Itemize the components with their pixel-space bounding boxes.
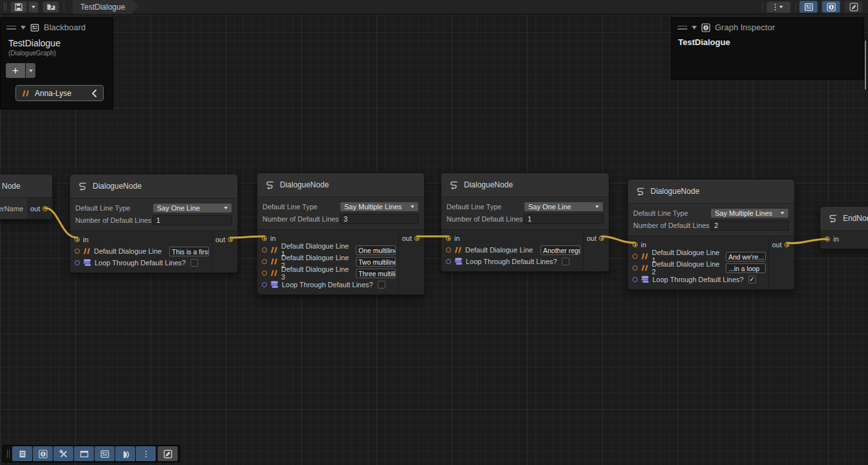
chevron-down-icon bbox=[224, 207, 228, 209]
node-end[interactable]: EndNode in bbox=[820, 206, 868, 249]
node-dialogue-1[interactable]: DialogueNode Default Line Type Say One L… bbox=[69, 174, 238, 273]
inspector-toggle-button[interactable] bbox=[822, 1, 840, 13]
node-title: DialogueNode bbox=[464, 180, 513, 189]
dialogue-line-field[interactable]: Two multiline bbox=[356, 257, 396, 267]
script-pen-button[interactable] bbox=[158, 446, 178, 461]
dialogue-line-field[interactable]: And we're... bbox=[726, 252, 766, 261]
tab-testdialogue[interactable]: TestDialogue bbox=[73, 0, 139, 14]
add-property-button[interactable]: + bbox=[6, 63, 25, 78]
line-type-dropdown[interactable]: Say One Line bbox=[524, 202, 604, 212]
blackboard-asset-name: TestDialogue bbox=[8, 38, 105, 48]
save-button[interactable] bbox=[10, 1, 27, 13]
node-header[interactable]: DialogueNode bbox=[70, 175, 237, 198]
toolbar-drag-handle[interactable] bbox=[4, 3, 6, 11]
quote-icon bbox=[270, 247, 278, 253]
node-dialogue-4[interactable]: DialogueNode Default Line Type Say Multi… bbox=[627, 179, 795, 290]
dialogue-line-port[interactable] bbox=[633, 265, 638, 270]
scrollbar-thumb[interactable] bbox=[865, 41, 866, 90]
drag-handle-icon[interactable] bbox=[678, 26, 687, 30]
blackboard-asset-type: (DialogueGraph) bbox=[8, 50, 105, 57]
chevron-down-icon bbox=[595, 205, 599, 208]
add-property-dropdown[interactable] bbox=[26, 63, 35, 78]
console-button[interactable] bbox=[12, 446, 32, 461]
dialogue-line-port[interactable] bbox=[446, 247, 451, 252]
blackboard-panel: Blackboard TestDialogue (DialogueGraph) … bbox=[0, 17, 113, 109]
script-toggle-button[interactable] bbox=[844, 1, 863, 13]
graph-canvas[interactable]: TestDialogue Blackboard TestDialogue (Di… bbox=[0, 0, 868, 465]
dialogue-line-field[interactable]: One multiline bbox=[356, 245, 396, 255]
dialogue-line-field[interactable]: Another regu bbox=[540, 245, 580, 255]
blackboard-field-anna-lyse[interactable]: Anna-Lyse bbox=[15, 85, 104, 101]
dialogue-line-label: Default Dialogue Line 2 bbox=[652, 260, 723, 276]
save-icon bbox=[14, 3, 23, 12]
dialogue-line-port[interactable] bbox=[262, 270, 267, 276]
dialogue-line-port[interactable] bbox=[262, 259, 267, 264]
chevron-down-icon bbox=[780, 212, 784, 214]
node-header[interactable]: DialogueNode bbox=[628, 180, 794, 204]
line-type-dropdown[interactable]: Say Multiple Lines bbox=[340, 202, 419, 212]
flow-icon bbox=[264, 180, 275, 190]
loop-port[interactable] bbox=[633, 277, 638, 282]
toolbar-separator bbox=[64, 3, 64, 12]
line-count-value: 2 bbox=[714, 222, 718, 229]
line-count-field[interactable]: 3 bbox=[340, 214, 419, 224]
node-dialogue-2[interactable]: DialogueNode Default Line Type Say Multi… bbox=[257, 173, 425, 295]
blackboard-button[interactable] bbox=[95, 446, 115, 461]
info-button[interactable] bbox=[33, 446, 53, 461]
blackboard-toggle-button[interactable] bbox=[799, 1, 818, 13]
node-header[interactable]: Node bbox=[0, 175, 52, 198]
line-count-field[interactable]: 1 bbox=[152, 215, 232, 225]
line-type-label: Default Line Type bbox=[263, 203, 340, 211]
dialogue-line-port[interactable] bbox=[262, 247, 267, 252]
loop-stack-icon bbox=[641, 276, 649, 283]
blackboard-header[interactable]: Blackboard bbox=[1, 18, 113, 35]
overflow-menu-button[interactable] bbox=[766, 1, 791, 13]
graph-inspector-header[interactable]: Graph Inspector bbox=[672, 18, 863, 35]
dialogue-line-field[interactable]: This is a first bbox=[169, 247, 209, 256]
port-label-out: out bbox=[216, 236, 225, 243]
dialogue-line-field[interactable]: ...in a loop bbox=[726, 263, 766, 273]
port-label-out: out bbox=[587, 234, 596, 242]
loop-label: Loop Through Default Lines? bbox=[95, 259, 186, 267]
blackboard-icon bbox=[30, 23, 39, 32]
line-type-dropdown[interactable]: Say One Line bbox=[152, 203, 232, 213]
dialogue-line-port[interactable] bbox=[633, 254, 638, 259]
speaker-name-field[interactable]: kerName bbox=[0, 198, 28, 219]
collapse-triangle-icon[interactable] bbox=[21, 26, 26, 30]
line-count-value: 1 bbox=[528, 215, 531, 223]
play-state-button[interactable] bbox=[115, 446, 135, 461]
window-button[interactable] bbox=[74, 446, 94, 461]
chevron-left-icon[interactable] bbox=[91, 90, 97, 97]
node-header[interactable]: EndNode bbox=[820, 207, 868, 231]
drag-handle-icon[interactable] bbox=[6, 26, 16, 30]
loop-port[interactable] bbox=[446, 259, 451, 264]
line-count-field[interactable]: 1 bbox=[524, 214, 604, 224]
save-dropdown-button[interactable] bbox=[28, 1, 39, 13]
port-label-out: out bbox=[402, 234, 412, 242]
overflow-menu-button[interactable] bbox=[136, 446, 156, 461]
loop-port[interactable] bbox=[262, 282, 267, 287]
loop-checkbox[interactable]: ✓ bbox=[748, 276, 756, 283]
top-toolbar: TestDialogue bbox=[0, 0, 868, 14]
loop-label: Loop Through Default Lines? bbox=[466, 258, 557, 265]
open-folder-button[interactable] bbox=[42, 1, 59, 13]
dialogue-line-port[interactable] bbox=[75, 249, 80, 254]
loop-checkbox[interactable] bbox=[190, 259, 198, 267]
line-type-dropdown[interactable]: Say Multiple Lines bbox=[710, 208, 789, 218]
node-speaker-partial[interactable]: Node kerName out bbox=[0, 174, 53, 220]
tools-button[interactable] bbox=[53, 446, 73, 461]
dialogue-line-field[interactable]: Three multili bbox=[356, 269, 396, 278]
line-count-field[interactable]: 2 bbox=[710, 220, 789, 231]
loop-checkbox[interactable] bbox=[562, 258, 569, 265]
folder-icon bbox=[46, 3, 56, 11]
loop-port[interactable] bbox=[75, 260, 80, 265]
toolbar-drag-handle[interactable] bbox=[7, 450, 10, 458]
port-label-in: in bbox=[270, 234, 276, 242]
node-header[interactable]: DialogueNode bbox=[257, 173, 424, 197]
node-dialogue-3[interactable]: DialogueNode Default Line Type Say One L… bbox=[441, 173, 609, 272]
node-header[interactable]: DialogueNode bbox=[441, 173, 609, 197]
node-title: DialogueNode bbox=[280, 180, 329, 189]
collapse-triangle-icon[interactable] bbox=[692, 26, 697, 30]
loop-checkbox[interactable] bbox=[378, 281, 385, 289]
blackboard-field-name: Anna-Lyse bbox=[35, 89, 86, 98]
